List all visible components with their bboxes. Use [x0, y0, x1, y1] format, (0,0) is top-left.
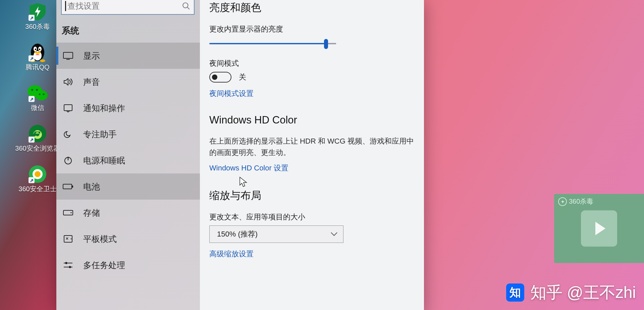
sidebar-item-label: 存储 [83, 207, 100, 218]
svg-point-17 [35, 171, 41, 177]
scale-dropdown-value: 150% (推荐) [217, 229, 258, 239]
svg-rect-22 [64, 105, 72, 111]
watermark: 知 知乎 @王不zhi [506, 282, 636, 303]
text-caret [65, 1, 66, 11]
focus-icon [62, 130, 74, 139]
hdcolor-description: 在上面所选择的显示器上让 HDR 和 WCG 视频、游戏和应用中的画面更明亮、更… [209, 136, 414, 158]
multitask-icon [62, 261, 74, 269]
night-mode-state: 关 [239, 72, 246, 82]
night-mode-label: 夜间模式 [209, 58, 415, 68]
zhihu-logo-icon: 知 [506, 283, 524, 302]
svg-point-7 [40, 59, 45, 62]
svg-point-13 [43, 94, 45, 95]
slider-track [209, 43, 336, 44]
desktop-icon-label: 360杀毒 [25, 22, 50, 31]
svg-rect-33 [65, 262, 67, 264]
storage-icon [62, 210, 74, 216]
shortcut-arrow-icon: ↗ [29, 137, 35, 143]
watermark-text: 知乎 @王不zhi [530, 282, 636, 303]
section-heading-scale: 缩放与布局 [209, 189, 415, 203]
sidebar-item-battery[interactable]: 电池 [56, 173, 200, 200]
svg-point-12 [39, 94, 41, 95]
shortcut-arrow-icon: ↗ [29, 55, 35, 61]
sidebar-item-label: 平板模式 [83, 234, 117, 245]
play-icon [595, 222, 605, 235]
sidebar-item-label: 显示 [83, 50, 100, 61]
desktop-icon-360-antivirus[interactable]: ↗ 360杀毒 [21, 2, 54, 31]
sidebar-item-label: 声音 [83, 76, 100, 88]
mini-widget-360[interactable]: ✦ 360杀毒 [554, 194, 644, 263]
desktop-icons-column: ↗ 360杀毒 ↗ 腾讯QQ ↗ 微信 ↗ 360安全浏览器 [21, 2, 54, 194]
settings-sidebar: 系统 显示 声音 通知和操作 专注助手 [56, 0, 200, 310]
sidebar-item-label: 电源和睡眠 [83, 155, 125, 166]
brightness-slider-label: 更改内置显示器的亮度 [209, 24, 415, 34]
svg-point-5 [39, 49, 41, 50]
tablet-icon [62, 235, 74, 243]
search-input[interactable] [67, 1, 182, 11]
shield-small-icon: ✦ [558, 197, 567, 206]
desktop-icon-360-browser[interactable]: ↗ 360安全浏览器 [21, 124, 54, 153]
play-button[interactable] [581, 210, 617, 247]
sidebar-item-notifications[interactable]: 通知和操作 [56, 95, 200, 121]
search-settings-box[interactable] [61, 0, 195, 15]
notify-icon [62, 104, 74, 112]
hdcolor-settings-link[interactable]: Windows HD Color 设置 [209, 163, 415, 173]
power-icon [62, 156, 74, 165]
section-heading-hdcolor: Windows HD Color [209, 114, 415, 126]
scale-label: 更改文本、应用等项目的大小 [209, 212, 415, 222]
sidebar-item-label: 专注助手 [83, 129, 117, 140]
scale-dropdown[interactable]: 150% (推荐) [209, 225, 343, 243]
svg-rect-34 [69, 266, 71, 268]
desktop-icon-label: 腾讯QQ [25, 63, 49, 72]
sidebar-category: 系统 [56, 19, 200, 43]
search-icon [182, 2, 191, 10]
desktop-icon-tencent-qq[interactable]: ↗ 腾讯QQ [21, 43, 54, 72]
shortcut-arrow-icon: ↗ [29, 177, 35, 183]
chevron-down-icon [330, 232, 338, 237]
advanced-scale-link[interactable]: 高级缩放设置 [209, 249, 415, 259]
settings-window: 系统 显示 声音 通知和操作 专注助手 [56, 0, 424, 310]
sidebar-item-display[interactable]: 显示 [56, 43, 200, 69]
svg-point-18 [183, 3, 188, 8]
svg-point-28 [70, 212, 72, 213]
night-mode-toggle[interactable] [209, 72, 231, 83]
svg-point-10 [31, 89, 33, 91]
sidebar-nav: 显示 声音 通知和操作 专注助手 电源和睡眠 [56, 43, 200, 278]
sidebar-item-label: 多任务处理 [83, 260, 125, 271]
svg-rect-25 [63, 184, 72, 189]
svg-line-19 [187, 7, 190, 9]
svg-point-30 [71, 239, 72, 240]
desktop-icon-label: 微信 [31, 103, 44, 112]
shortcut-arrow-icon: ↗ [29, 96, 35, 102]
svg-rect-20 [63, 52, 73, 58]
night-mode-settings-link[interactable]: 夜间模式设置 [209, 89, 415, 99]
display-icon [62, 52, 74, 60]
sidebar-item-focus[interactable]: 专注助手 [56, 121, 200, 147]
sound-icon [62, 78, 74, 86]
battery-icon [62, 183, 74, 190]
sidebar-item-label: 通知和操作 [83, 103, 125, 114]
desktop-wallpaper: ↗ 360杀毒 ↗ 腾讯QQ ↗ 微信 ↗ 360安全浏览器 [0, 0, 644, 310]
shortcut-arrow-icon: ↗ [29, 15, 35, 21]
sidebar-item-tablet[interactable]: 平板模式 [56, 226, 200, 252]
slider-thumb[interactable] [324, 39, 328, 49]
mini-widget-title: 360杀毒 [569, 197, 593, 206]
svg-rect-26 [72, 186, 73, 188]
desktop-icon-360-guard[interactable]: ↗ 360安全卫士 [21, 164, 54, 194]
desktop-icon-label: 360安全卫士 [18, 185, 56, 194]
sidebar-item-label: 电池 [83, 181, 100, 192]
sidebar-item-storage[interactable]: 存储 [56, 200, 200, 226]
svg-point-11 [36, 89, 38, 91]
sidebar-item-sound[interactable]: 声音 [56, 69, 200, 95]
sidebar-item-power[interactable]: 电源和睡眠 [56, 147, 200, 173]
section-heading-brightness: 亮度和颜色 [209, 1, 415, 15]
settings-content: 亮度和颜色 更改内置显示器的亮度 夜间模式 关 夜间模式设置 Windows H… [200, 0, 424, 310]
desktop-icon-label: 360安全浏览器 [15, 144, 60, 153]
brightness-slider[interactable] [209, 38, 336, 51]
sidebar-item-multitask[interactable]: 多任务处理 [56, 252, 200, 278]
svg-point-4 [35, 49, 37, 50]
desktop-icon-wechat[interactable]: ↗ 微信 [21, 83, 54, 112]
svg-point-9 [36, 90, 48, 100]
